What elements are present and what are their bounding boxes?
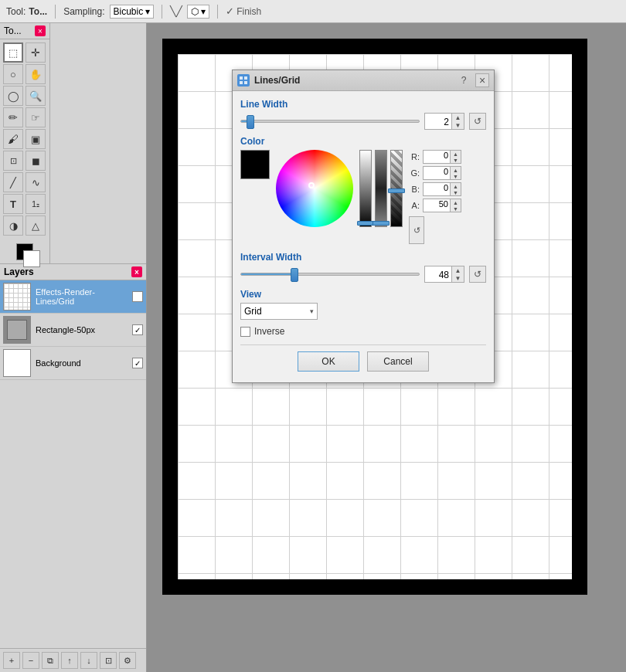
gray-bar[interactable] bbox=[375, 150, 387, 227]
interval-up[interactable]: ▲ bbox=[452, 266, 464, 274]
dialog-help-button[interactable]: ? bbox=[457, 73, 471, 87]
rgba-reset-button[interactable]: ↺ bbox=[409, 216, 424, 244]
b-up[interactable]: ▲ bbox=[451, 183, 461, 189]
line-width-up[interactable]: ▲ bbox=[452, 114, 464, 121]
g-down[interactable]: ▼ bbox=[451, 173, 461, 179]
r-down[interactable]: ▼ bbox=[451, 157, 461, 163]
fill-tool-button[interactable]: ◼ bbox=[26, 151, 46, 171]
a-up[interactable]: ▲ bbox=[451, 199, 461, 205]
layers-close-button[interactable]: × bbox=[131, 266, 142, 277]
gradient-tool-button[interactable]: ◑ bbox=[3, 216, 23, 236]
foreground-color[interactable] bbox=[16, 243, 33, 260]
layer-down-button[interactable]: ↓ bbox=[80, 652, 97, 669]
layer-merge-button[interactable]: ⊡ bbox=[100, 652, 117, 669]
text-tool-button[interactable]: T bbox=[3, 194, 23, 214]
r-spinbox[interactable]: 0 ▲ ▼ bbox=[423, 150, 461, 164]
shape-tool-button[interactable]: 1₂ bbox=[26, 194, 46, 214]
alpha-thumb[interactable] bbox=[388, 188, 405, 193]
rect-tool-button[interactable]: ▣ bbox=[26, 129, 46, 149]
g-arrows[interactable]: ▲ ▼ bbox=[450, 167, 461, 179]
g-spinbox[interactable]: 0 ▲ ▼ bbox=[423, 166, 461, 180]
line-tool-button[interactable]: ╱ bbox=[3, 172, 23, 192]
layer-item-1[interactable]: Rectangle-50px ✓ bbox=[0, 314, 146, 347]
color-wheel[interactable] bbox=[276, 150, 353, 227]
canvas-area[interactable]: Lines/Grid ? × Line Width bbox=[147, 23, 626, 672]
inverse-checkbox[interactable] bbox=[240, 327, 250, 337]
b-spinbox[interactable]: 0 ▲ ▼ bbox=[423, 182, 461, 196]
circle-tool-button[interactable]: ◯ bbox=[3, 86, 23, 106]
cancel-button[interactable]: Cancel bbox=[367, 351, 429, 372]
eraser-tool-button[interactable]: ⊡ bbox=[3, 151, 23, 171]
interval-down[interactable]: ▼ bbox=[452, 274, 464, 282]
toolbox-close-button[interactable]: × bbox=[35, 25, 46, 36]
layer-add-button[interactable]: + bbox=[3, 652, 20, 669]
bw-thumb[interactable] bbox=[357, 221, 374, 226]
layer-del-button[interactable]: − bbox=[22, 652, 39, 669]
alpha-bar-wrapper[interactable] bbox=[390, 150, 403, 227]
paint-tool-button[interactable]: 🖌 bbox=[3, 129, 23, 149]
r-arrows[interactable]: ▲ ▼ bbox=[450, 151, 461, 163]
b-down[interactable]: ▼ bbox=[451, 189, 461, 195]
view-section: View Grid ▾ bbox=[240, 289, 486, 320]
a-arrows[interactable]: ▲ ▼ bbox=[450, 199, 461, 212]
interval-reset[interactable]: ↺ bbox=[469, 266, 486, 283]
curve-tool-button[interactable]: ∿ bbox=[26, 172, 46, 192]
interval-spinbox[interactable]: 48 ▲ ▼ bbox=[424, 266, 464, 283]
layer-settings-button[interactable]: ⚙ bbox=[119, 652, 136, 669]
blend-value: ⬡ bbox=[191, 6, 199, 17]
background-color[interactable] bbox=[23, 250, 40, 267]
b-arrows[interactable]: ▲ ▼ bbox=[450, 183, 461, 195]
sampling-dropdown[interactable]: Bicubic ▾ bbox=[110, 5, 155, 19]
a-down[interactable]: ▼ bbox=[451, 205, 461, 212]
bw-bar-wrapper[interactable] bbox=[359, 150, 372, 227]
layer-checkbox-0[interactable]: ✓ bbox=[132, 291, 143, 302]
interval-slider-row: 48 ▲ ▼ ↺ bbox=[240, 266, 486, 283]
layer-item-2[interactable]: Background ✓ bbox=[0, 347, 146, 380]
line-width-thumb[interactable] bbox=[247, 115, 254, 129]
color-wheel-cursor[interactable] bbox=[308, 182, 315, 188]
layer-up-button[interactable]: ↑ bbox=[61, 652, 78, 669]
svg-rect-0 bbox=[240, 76, 243, 80]
finish-button[interactable]: ✓ Finish bbox=[226, 5, 261, 17]
layer-checkbox-1[interactable]: ✓ bbox=[132, 324, 143, 335]
layer-dup-icon: ⧉ bbox=[47, 656, 53, 666]
layer-checkbox-2[interactable]: ✓ bbox=[132, 358, 143, 368]
line-width-track[interactable] bbox=[240, 120, 420, 123]
hand-tool-button[interactable]: ✋ bbox=[26, 64, 46, 84]
layer-down-icon: ↓ bbox=[87, 656, 91, 665]
layer-dup-button[interactable]: ⧉ bbox=[42, 652, 59, 669]
hand2-tool-button[interactable]: ☞ bbox=[26, 107, 46, 127]
dialog-close-button[interactable]: × bbox=[475, 73, 489, 87]
color-wheel-wrapper[interactable] bbox=[276, 150, 353, 227]
color-preview[interactable] bbox=[240, 150, 270, 179]
interval-track[interactable] bbox=[240, 273, 420, 276]
cancel-label: Cancel bbox=[383, 356, 412, 367]
g-up[interactable]: ▲ bbox=[451, 167, 461, 173]
r-up[interactable]: ▲ bbox=[451, 151, 461, 157]
view-label: View bbox=[240, 289, 486, 300]
move-tool-button[interactable]: ✛ bbox=[26, 42, 46, 63]
pencil-tool-button[interactable]: ✏ bbox=[3, 107, 23, 127]
layer-del-icon: − bbox=[29, 656, 33, 665]
gray-thumb[interactable] bbox=[373, 221, 390, 226]
pencil-icon: ✏ bbox=[9, 111, 18, 124]
view-dropdown[interactable]: Grid ▾ bbox=[240, 303, 318, 320]
line-width-spinbox[interactable]: 2 ▲ ▼ bbox=[424, 113, 464, 130]
view-value: Grid bbox=[244, 306, 262, 317]
ok-button[interactable]: OK bbox=[298, 351, 359, 372]
blend-dropdown[interactable]: ⬡ ▾ bbox=[187, 5, 209, 19]
zoom2-tool-button[interactable]: 🔍 bbox=[26, 86, 46, 106]
gray-bar-wrapper[interactable] bbox=[375, 150, 387, 227]
a-spinbox[interactable]: 50 ▲ ▼ bbox=[423, 199, 461, 212]
polygon-tool-button[interactable]: △ bbox=[26, 216, 46, 236]
layer-name-0: Effects-Render-Lines/Grid bbox=[36, 287, 128, 306]
line-width-arrows[interactable]: ▲ ▼ bbox=[451, 114, 464, 129]
layer-item-0[interactable]: Effects-Render-Lines/Grid ✓ bbox=[0, 280, 146, 314]
line-width-reset[interactable]: ↺ bbox=[469, 113, 486, 130]
line-width-down[interactable]: ▼ bbox=[452, 121, 464, 129]
interval-arrows[interactable]: ▲ ▼ bbox=[451, 266, 464, 282]
interval-thumb[interactable] bbox=[291, 268, 298, 282]
zoom-tool-button[interactable]: ○ bbox=[3, 64, 23, 84]
select-tool-button[interactable]: ⬚ bbox=[3, 42, 23, 63]
bw-bar[interactable] bbox=[359, 150, 372, 227]
